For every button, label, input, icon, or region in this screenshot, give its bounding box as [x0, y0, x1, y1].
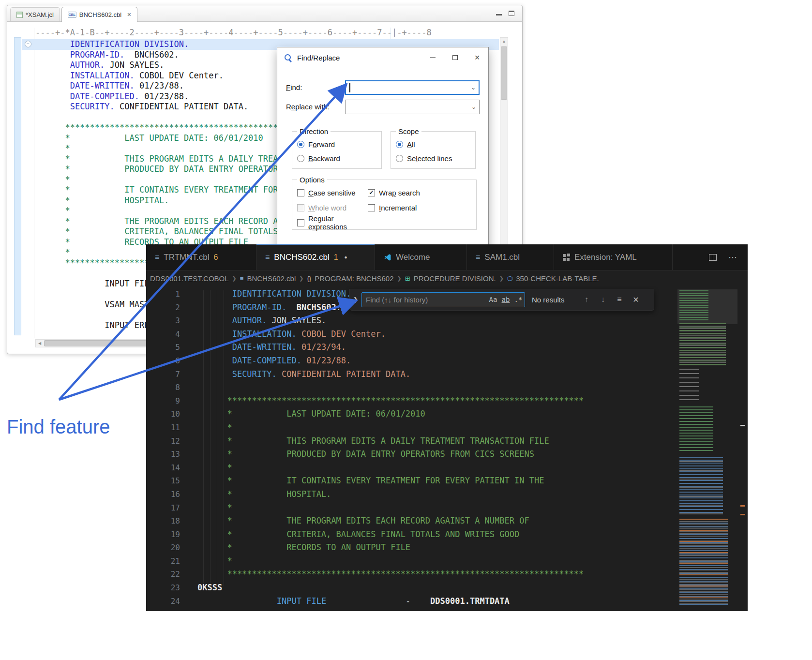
breadcrumb-item[interactable]: PROCEDURE DIVISION.	[414, 274, 496, 283]
split-editor-icon[interactable]	[709, 254, 717, 261]
breadcrumb-separator-icon: ❯	[232, 275, 237, 282]
checkbox-wrap-search[interactable]: ✓Wrap search	[368, 187, 471, 198]
line-number: 14	[146, 461, 180, 475]
checkbox-incremental[interactable]: Incremental	[368, 202, 471, 213]
tab-bnchs602-cbl[interactable]: CBL BNCHS602.cbl ✕	[61, 7, 138, 22]
checkbox-icon: ✓	[368, 189, 375, 196]
find-input[interactable]: ⌄	[345, 80, 480, 95]
maximize-view-icon[interactable]	[509, 11, 514, 16]
tab-label: TRTMNT.cbl	[164, 253, 209, 262]
breadcrumb-item[interactable]: BNCHS602.cbl	[247, 274, 296, 283]
close-icon[interactable]: ✕	[466, 47, 488, 68]
checkbox-whole-word: Whole word	[297, 202, 368, 213]
radio-forward[interactable]: Forward	[297, 137, 376, 151]
code-line: 9 **************************************…	[146, 394, 584, 408]
tab-bnchs602-cbl[interactable]: ≡BNCHS602.cbl1●	[256, 244, 375, 270]
find-in-selection-icon[interactable]: ≡	[611, 295, 628, 304]
vscode-editor[interactable]: 1 IDENTIFICATION DIVISION.2 PROGRAM-ID. …	[146, 286, 748, 611]
radio-selected-icon	[396, 141, 403, 148]
breadcrumb-separator-icon: ❯	[299, 275, 303, 282]
replace-label: Replace with:	[286, 103, 330, 111]
tab-sam1-cbl[interactable]: ≡SAM1.cbl	[467, 244, 554, 270]
fold-collapse-icon[interactable]: −	[25, 41, 31, 47]
checkbox-icon	[297, 204, 304, 211]
chevron-down-icon[interactable]: ⌄	[471, 104, 476, 110]
match-case-icon[interactable]: Aa	[487, 296, 499, 303]
text-caret	[349, 83, 350, 92]
vscode-logo-icon	[384, 254, 391, 261]
checkbox-case-sensitive[interactable]: Case sensitive	[297, 187, 368, 198]
file-icon: ≡	[240, 275, 244, 282]
scrollbar-thumb[interactable]	[501, 46, 507, 100]
line-number: 16	[146, 488, 180, 501]
label-text: Selected lines	[407, 154, 452, 163]
tab-welcome[interactable]: Welcome	[375, 244, 467, 270]
vscode-find-input[interactable]: Aa ab .*	[361, 292, 525, 307]
line-number: 17	[146, 501, 180, 515]
breadcrumb-item[interactable]: 350-CHECK-LAB-TABLE.	[516, 274, 599, 283]
minimize-icon[interactable]	[421, 47, 444, 68]
toggle-replace-icon[interactable]: ❯	[350, 296, 361, 303]
dialog-titlebar[interactable]: Find/Replace ✕	[277, 47, 488, 68]
radio-selected-lines[interactable]: Selected lines	[396, 151, 470, 165]
radio-selected-icon	[297, 141, 304, 148]
previous-match-icon[interactable]: ↑	[578, 295, 595, 304]
line-number: 21	[146, 555, 180, 568]
line-number: 4	[146, 328, 180, 341]
line-number: 2	[146, 301, 180, 315]
annotation-gutter	[14, 37, 21, 335]
radio-all[interactable]: All	[396, 137, 470, 151]
close-tab-icon[interactable]: ✕	[127, 12, 131, 18]
symbol-paragraph-icon: ⬡	[507, 275, 512, 282]
label-text: Case sensitive	[308, 189, 356, 197]
line-number: 12	[146, 435, 180, 448]
regex-icon[interactable]: .*	[512, 296, 525, 303]
checkbox-icon	[297, 189, 304, 196]
next-match-icon[interactable]: ↓	[595, 295, 611, 304]
tab-label: BNCHS602.cbl	[274, 253, 329, 262]
replace-text-field[interactable]	[346, 100, 479, 114]
close-find-icon[interactable]: ✕	[628, 295, 644, 304]
vscode-window: ≡TRTMNT.cbl6≡BNCHS602.cbl1●Welcome≡SAM1.…	[146, 244, 748, 611]
code-line: 15 * IT CONTAINS EVERY TREATMENT FOR EVE…	[146, 474, 584, 488]
column-ruler: ----+-*A-1-B--+----2----+----3----+----4…	[35, 28, 432, 38]
label-text: Replace with:	[286, 103, 330, 111]
view-window-buttons	[496, 11, 522, 16]
code-area[interactable]: 1 IDENTIFICATION DIVISION.2 PROGRAM-ID. …	[146, 287, 584, 608]
code-line: 13 * PRODUCED BY DATA ENTRY OPERATORS FR…	[146, 448, 584, 461]
tab-xsam-jcl[interactable]: *XSAM.jcl	[10, 7, 60, 21]
radio-backward[interactable]: Backward	[297, 151, 376, 165]
code-line: 22 *************************************…	[146, 568, 584, 581]
breadcrumb-item[interactable]: PROGRAM: BNCHS602	[315, 274, 393, 283]
tab-extension-yaml[interactable]: Extension: YAML	[554, 244, 673, 270]
checkbox-regular-expressions[interactable]: Regular expressions	[297, 217, 368, 228]
line-number: 22	[146, 568, 180, 581]
find-text-field[interactable]	[362, 296, 487, 304]
code-line: 5 DATE-WRITTEN. 01/23/94.	[146, 341, 584, 354]
tab-trtmnt-cbl[interactable]: ≡TRTMNT.cbl6	[146, 244, 256, 270]
line-number: 18	[146, 514, 180, 528]
label-text: Forward	[308, 140, 335, 149]
symbol-namespace-icon: {}	[307, 275, 311, 282]
jcl-file-icon	[16, 12, 23, 18]
scroll-left-icon[interactable]: ◀	[36, 340, 44, 347]
scroll-up-icon[interactable]: ▲	[500, 38, 508, 45]
scrollbar-thumb[interactable]	[44, 340, 155, 346]
maximize-icon[interactable]	[444, 47, 466, 68]
replace-input[interactable]: ⌄	[345, 100, 480, 114]
code-line: 16 * HOSPITAL.	[146, 488, 584, 501]
breadcrumb-item[interactable]: DDS0001.TEST.COBOL	[150, 274, 229, 283]
line-number: 19	[146, 528, 180, 541]
chevron-down-icon[interactable]: ⌄	[471, 84, 476, 91]
line-number: 8	[146, 381, 180, 394]
problem-badge: 1	[334, 253, 338, 262]
minimap[interactable]	[677, 286, 737, 611]
tab-label: Welcome	[396, 253, 430, 262]
code-line: 24 INPUT FILE - DDS0001.TRMTDATA	[146, 595, 584, 608]
minimize-view-icon[interactable]	[496, 11, 502, 15]
code-line: 14 *	[146, 461, 584, 475]
find-text-field[interactable]	[346, 81, 479, 94]
more-actions-icon[interactable]: ⋯	[728, 252, 737, 263]
whole-word-icon[interactable]: ab	[499, 296, 512, 303]
find-results: No results	[532, 296, 578, 304]
